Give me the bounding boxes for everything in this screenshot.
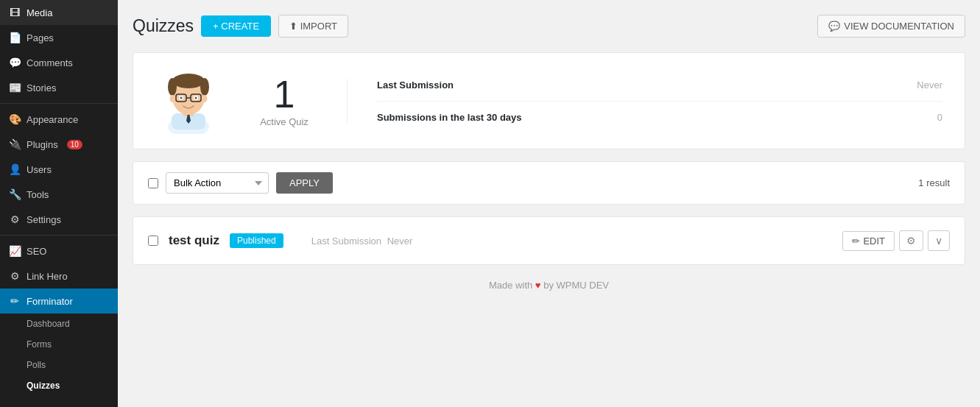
sidebar-item-plugins[interactable]: 🔌 Plugins 10 [0,132,118,157]
import-button[interactable]: ⬆ IMPORT [278,15,348,38]
quiz-actions: ✏ EDIT ⚙ ∨ [842,230,950,251]
apply-button[interactable]: APPLY [276,172,333,194]
sidebar-sub-polls[interactable]: Polls [0,355,118,375]
svg-point-15 [170,95,175,102]
seo-icon: 📈 [9,245,21,257]
sidebar-sub-dashboard[interactable]: Dashboard [0,314,118,334]
sidebar-item-media[interactable]: 🎞 Media [0,0,118,25]
svg-point-7 [200,78,209,96]
sidebar-sub-forms[interactable]: Forms [0,334,118,355]
sidebar-divider-1 [0,103,118,104]
svg-point-14 [195,97,197,99]
sidebar-item-forminator[interactable]: ✏ Forminator [0,289,118,314]
submissions-30-value: 0 [937,112,942,123]
sidebar-item-tools[interactable]: 🔧 Tools [0,182,118,207]
plugins-badge: 10 [67,140,82,149]
avatar [155,68,222,134]
last-submission-value: Never [917,79,942,91]
last-submission-row: Last Submission Never [377,69,942,102]
active-quiz-count: 1 [251,75,317,113]
page-title: Quizzes [133,16,194,36]
appearance-icon: 🎨 [9,113,21,125]
sidebar-item-stories[interactable]: 📰 Stories [0,75,118,100]
bulk-bar-left: Bulk Action Delete APPLY [148,172,333,194]
active-quiz-section: 1 Active Quiz [251,75,317,127]
sidebar: 🎞 Media 📄 Pages 💬 Comments 📰 Stories 🎨 A… [0,0,118,407]
result-count: 1 result [918,177,950,188]
quiz-checkbox[interactable] [148,236,158,246]
tools-icon: 🔧 [9,188,21,200]
bulk-action-bar: Bulk Action Delete APPLY 1 result [133,161,965,205]
heart-icon: ♥ [535,280,541,291]
select-all-checkbox[interactable] [148,178,158,188]
comments-icon: 💬 [9,57,21,68]
create-button[interactable]: + CREATE [201,15,271,37]
last-submission-label: Last Submission [377,79,454,91]
stats-right: Last Submission Never Submissions in the… [377,69,942,133]
link-hero-icon: ⚙ [9,270,21,282]
edit-button[interactable]: ✏ EDIT [842,231,895,251]
bulk-action-select[interactable]: Bulk Action Delete [166,172,269,194]
active-quiz-label: Active Quiz [251,116,317,127]
docs-icon: 💬 [828,21,840,32]
svg-point-6 [168,78,177,96]
sidebar-item-users[interactable]: 👤 Users [0,157,118,182]
stats-card: 1 Active Quiz Last Submission Never Subm… [133,52,965,149]
header-left: Quizzes + CREATE ⬆ IMPORT [133,15,348,38]
main-content: Quizzes + CREATE ⬆ IMPORT 💬 VIEW DOCUMEN… [118,0,980,407]
media-icon: 🎞 [9,7,21,18]
svg-point-12 [180,97,183,99]
quiz-last-submission: Last Submission Never [309,236,413,247]
sidebar-item-settings[interactable]: ⚙ Settings [0,207,118,232]
quiz-name: test quiz [169,233,219,248]
users-icon: 👤 [9,163,21,175]
expand-button[interactable]: ∨ [928,230,950,251]
settings-button[interactable]: ⚙ [899,230,923,251]
sidebar-sub-quizzes[interactable]: Quizzes [0,375,118,396]
sidebar-item-seo[interactable]: 📈 SEO [0,238,118,263]
sidebar-item-comments[interactable]: 💬 Comments [0,50,118,75]
stories-icon: 📰 [9,82,21,93]
edit-icon: ✏ [852,236,860,247]
quiz-row: test quiz Published Last Submission Neve… [133,216,965,265]
sidebar-item-appearance[interactable]: 🎨 Appearance [0,107,118,132]
plugins-icon: 🔌 [9,138,21,150]
svg-point-5 [172,74,205,88]
pages-icon: 📄 [9,32,21,43]
submissions-30-row: Submissions in the last 30 days 0 [377,102,942,133]
forminator-icon: ✏ [9,295,21,307]
sidebar-divider-2 [0,235,118,236]
stats-divider [347,79,348,123]
settings-icon: ⚙ [9,213,21,225]
sidebar-item-pages[interactable]: 📄 Pages [0,25,118,50]
svg-point-16 [202,95,208,102]
page-header: Quizzes + CREATE ⬆ IMPORT 💬 VIEW DOCUMEN… [133,15,965,38]
status-badge: Published [230,233,283,248]
sidebar-item-link-hero[interactable]: ⚙ Link Hero [0,263,118,289]
submissions-30-label: Submissions in the last 30 days [377,112,522,123]
view-docs-button[interactable]: 💬 VIEW DOCUMENTATION [817,15,965,38]
page-footer: Made with ♥ by WPMU DEV [133,265,965,305]
